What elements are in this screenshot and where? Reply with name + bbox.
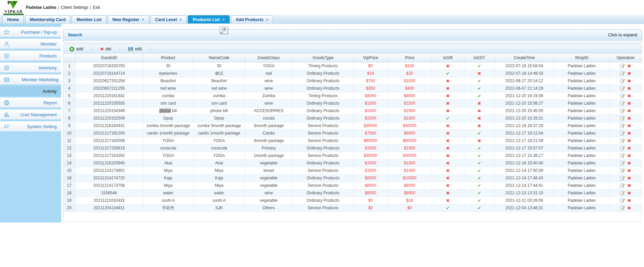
table-row[interactable]: 1220211217155619cocacolacocacolaPrimaryO… (64, 144, 642, 152)
row-delete-icon[interactable]: ✖ (627, 198, 631, 203)
table-row[interactable]: 1120211217162006YOGAYOGA3month packageSe… (64, 137, 642, 144)
row-edit-icon[interactable] (620, 138, 625, 143)
column-header-goodsid[interactable]: GoodsID (75, 54, 143, 62)
table-row[interactable]: 620211220155555sim cardsim cardwineOrdin… (64, 100, 642, 107)
table-row[interactable]: 1520211214174901MiyaMiyabreadService Pro… (64, 167, 642, 174)
table-row[interactable]: 1202207181557503030YOGATiming Products$0… (64, 62, 642, 70)
table-row[interactable]: 1320211217153350YOGAYOGA1month packageSe… (64, 152, 642, 159)
table-row[interactable]: 720211220154349phone billphone billACCES… (64, 107, 642, 114)
row-delete-icon[interactable]: ✖ (627, 64, 631, 69)
table-row[interactable]: 1420211216153945AkaiAkaivegetableOrdinar… (64, 159, 642, 167)
row-delete-icon[interactable]: ✖ (627, 153, 631, 158)
column-header-vipprice[interactable]: VipPrice (354, 54, 388, 62)
row-delete-icon[interactable]: ✖ (627, 71, 631, 76)
row-edit-icon[interactable] (620, 71, 625, 76)
column-header-goodstype[interactable]: GoodsType (292, 54, 354, 62)
tab-close-icon[interactable]: × (222, 17, 225, 22)
exit-link[interactable]: Exit (93, 5, 100, 10)
row-delete-icon[interactable]: ✖ (627, 93, 631, 99)
sidebar-item-purchase-top-up[interactable]: Purchase / Top-up (0, 27, 61, 37)
row-edit-icon[interactable] (620, 206, 625, 211)
table-row[interactable]: 1620211214174720KajaKajavegetableOrdinar… (64, 174, 642, 182)
table-row[interactable]: 220220718144714eyelashes测试nailOrdinary P… (64, 70, 642, 77)
row-delete-icon[interactable]: ✖ (627, 108, 631, 113)
column-header-shopid[interactable]: ShopID (554, 54, 609, 62)
table-row[interactable]: 1920211211032433sushi Asushi AvegetableO… (64, 197, 642, 204)
row-edit-icon[interactable] (620, 131, 625, 136)
tab-close-icon[interactable]: × (142, 17, 144, 22)
sidebar-item-member-marketing[interactable]: Member Marketing (0, 74, 61, 85)
column-header-price[interactable]: Price (388, 54, 432, 62)
row-delete-icon[interactable]: ✖ (627, 78, 631, 84)
tab-add-products[interactable]: Add Products× (231, 15, 273, 23)
tab-new-register[interactable]: New Register× (108, 15, 149, 23)
row-delete-icon[interactable]: ✖ (627, 123, 631, 128)
client-settings-link[interactable]: Client Settings (61, 5, 89, 10)
sidebar-item-activity[interactable]: Activity (0, 86, 61, 96)
table-row[interactable]: 520211220161842zumbazumbaZumbaTiming Pro… (64, 92, 642, 100)
table-row[interactable]: 183156546waterwaterwineOrdinary Products… (64, 189, 642, 197)
row-edit-icon[interactable] (620, 101, 625, 106)
row-delete-icon[interactable]: ✖ (627, 116, 631, 121)
row-delete-icon[interactable]: ✖ (627, 146, 631, 151)
row-delete-icon[interactable]: ✖ (627, 206, 631, 211)
row-delete-icon[interactable]: ✖ (627, 183, 631, 188)
row-edit-icon[interactable] (620, 176, 625, 181)
tab-close-icon[interactable]: × (179, 17, 182, 22)
row-edit-icon[interactable] (620, 153, 625, 158)
column-header-createtime[interactable]: CreateTime (495, 54, 554, 62)
column-header-isgift[interactable]: IsGift (432, 54, 464, 62)
tab-products-list[interactable]: Products List× (188, 15, 229, 23)
sidebar-item-user-management[interactable]: User Management (0, 109, 61, 120)
column-header-product[interactable]: Product (143, 54, 193, 62)
edit-button[interactable]: edit (125, 45, 145, 53)
sidebar-item-report[interactable]: Report (0, 97, 61, 108)
table-row[interactable]: 1720211214173756MiyaMiyavegetableService… (64, 182, 642, 189)
table-row[interactable]: 2020211204134811手机壳SJKOthersService Prod… (64, 204, 642, 212)
table-row[interactable]: 320220627201256BeaufortBeaufortwineOrdin… (64, 77, 642, 85)
row-edit-icon[interactable] (620, 146, 625, 151)
sidebar-item-products[interactable]: Products (0, 51, 61, 61)
row-edit-icon[interactable] (620, 191, 625, 196)
table-row[interactable]: 920211218163431zumba 3month packagezumba… (64, 122, 642, 129)
row-edit-icon[interactable] (620, 161, 625, 166)
table-row[interactable]: 420220607211255red winered winewineOrdin… (64, 85, 642, 92)
row-edit-icon[interactable] (620, 116, 625, 121)
row-edit-icon[interactable] (620, 93, 625, 99)
column-header-goodsclass[interactable]: GoodsClass (245, 54, 292, 62)
row-delete-icon[interactable]: ✖ (627, 86, 631, 91)
tab-member-list[interactable]: Member List (72, 15, 106, 23)
row-edit-icon[interactable] (620, 168, 625, 173)
sidebar-item-system-setting[interactable]: System Setting (0, 121, 61, 131)
table-row[interactable]: 820211220152509DpopDpopcocalaOrdinary Pr… (64, 114, 642, 122)
del-button[interactable]: ✖ del (97, 45, 114, 53)
search-panel-header[interactable]: Search Click to expand (64, 30, 642, 41)
row-delete-icon[interactable]: ✖ (627, 101, 631, 106)
row-edit-icon[interactable] (620, 108, 625, 113)
column-header-namecode[interactable]: NameCode (193, 54, 245, 62)
add-button[interactable]: add (66, 45, 86, 53)
column-header-isgst[interactable]: IsGST (464, 54, 495, 62)
row-edit-icon[interactable] (620, 123, 625, 128)
row-edit-icon[interactable] (620, 198, 625, 203)
column-header-operation[interactable]: Operation (609, 54, 642, 62)
row-edit-icon[interactable] (620, 183, 625, 188)
sidebar-item-member[interactable]: Member (0, 39, 61, 49)
tab-membership-card[interactable]: Membership Card (25, 15, 71, 23)
tab-home[interactable]: Home (2, 15, 24, 23)
tab-close-icon[interactable]: × (266, 17, 269, 22)
row-edit-icon[interactable] (620, 86, 625, 91)
row-delete-icon[interactable]: ✖ (627, 161, 631, 166)
sidebar-item-inventory[interactable]: Inventory (0, 63, 61, 73)
table-row[interactable]: 1020211217181200cardio 1month packagecar… (64, 129, 642, 137)
row-delete-icon[interactable]: ✖ (627, 138, 631, 143)
row-delete-icon[interactable]: ✖ (627, 168, 631, 173)
row-delete-icon[interactable]: ✖ (627, 191, 631, 196)
row-delete-icon[interactable]: ✖ (627, 176, 631, 181)
column-header-rownum[interactable] (64, 54, 75, 62)
row-edit-icon[interactable] (620, 78, 625, 84)
tab-card-level[interactable]: Card Level× (150, 15, 187, 23)
row-edit-icon[interactable] (620, 64, 625, 69)
ime-indicator-icon[interactable]: en (219, 26, 228, 34)
row-delete-icon[interactable]: ✖ (627, 131, 631, 136)
